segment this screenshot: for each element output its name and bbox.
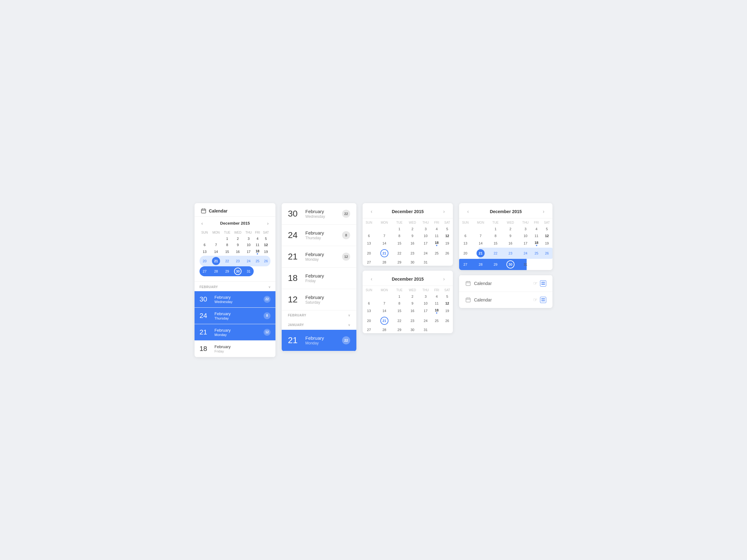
day-cell[interactable]: 1 [393,225,406,232]
day-cell[interactable]: 28 [376,259,393,266]
day-cell-25[interactable]: 25 [254,256,261,266]
day-cell[interactable]: 5 [261,236,271,242]
day-cell[interactable]: 2 [405,225,419,232]
day-cell-21[interactable]: 21 [210,256,222,266]
day-cell-27[interactable]: 27 [200,266,210,276]
day-cell[interactable]: 10 [244,242,254,248]
day-cell[interactable]: 4 [254,236,261,242]
col-wed: WED [232,230,243,236]
day-cell-20[interactable]: 20 [200,256,210,266]
day-cell-18[interactable]: 18 [254,248,261,256]
cal5-next[interactable]: › [541,208,546,215]
day-cell[interactable]: 27 [363,259,376,266]
day-cell[interactable]: 12 [261,242,271,248]
event-item-21[interactable]: 21 February Monday 12 [195,324,276,341]
day-cell-30-sel[interactable]: 30 [501,259,519,270]
day-cell[interactable]: 7 [210,242,222,248]
day-cell[interactable]: 23 [405,248,419,259]
event-day: Monday [214,333,260,337]
day-cell[interactable]: 19 [442,239,453,248]
day-cell[interactable]: 29 [393,259,406,266]
day-cell[interactable] [200,236,210,242]
cal3-next[interactable]: › [441,208,447,215]
list-icon-btn-2[interactable] [540,297,546,303]
day-cell-26[interactable]: 26 [261,256,271,266]
day-cell-22[interactable]: 22 [222,256,232,266]
event-date: 18 [200,345,211,353]
day-cell-30[interactable]: 30 [232,266,243,276]
day-cell[interactable]: 10 [419,232,432,239]
day-cell[interactable]: 26 [442,248,453,259]
day-cell[interactable]: 13 [200,248,210,256]
event-item-18[interactable]: 18 February Friday [195,341,276,357]
day-cell[interactable]: 8 [393,232,406,239]
calendar-item-1[interactable]: Calendar ☞ [459,275,552,292]
day-cell[interactable]: 9 [232,242,243,248]
day-cell[interactable]: 11 [432,232,441,239]
day-cell-18-w5[interactable]: 18 [532,239,541,248]
day-cell-18[interactable]: 18 [432,239,441,248]
day-cell[interactable]: 16 [405,239,419,248]
day-cell[interactable]: 13 [363,239,376,248]
day-cell[interactable]: 8 [222,242,232,248]
event-day: Monday [305,257,338,262]
event-item-21[interactable]: 21 February Monday 12 [282,246,356,268]
event-item-30[interactable]: 30 February Wednesday 22 [195,291,276,308]
day-cell[interactable]: 14 [376,239,393,248]
cal-next-btn[interactable]: › [265,220,271,226]
day-cell[interactable]: 24 [419,248,432,259]
event-item-18[interactable]: 18 February Friday [282,268,356,289]
calendar-item-2[interactable]: Calendar ☞ [459,292,552,308]
day-cell-28[interactable]: 28 [210,266,222,276]
day-cell[interactable]: 17 [419,239,432,248]
day-cell-21-today[interactable]: 21 [376,315,393,326]
day-cell[interactable]: 3 [244,236,254,242]
event-item-24[interactable]: 24 February Thursday 8 [195,308,276,324]
day-cell[interactable]: 15 [393,239,406,248]
event-item-12[interactable]: 12 February Saturday [282,289,356,311]
section-label-feb[interactable]: FEBRUARY ∨ [282,311,356,320]
day-cell[interactable]: 11 [254,242,261,248]
list-icon-btn-1[interactable] [540,280,546,287]
day-cell-31[interactable]: 31 [244,266,254,276]
event-item-21-highlighted[interactable]: 21 February Monday 22 [282,330,356,351]
event-badge: 8 [264,312,271,319]
day-cell[interactable]: 6 [200,242,210,248]
day-cell-29[interactable]: 29 [222,266,232,276]
day-cell-24[interactable]: 24 [244,256,254,266]
day-cell[interactable]: 3 [419,225,432,232]
cal4-prev[interactable]: ‹ [369,276,374,283]
day-cell[interactable]: 4 [432,225,441,232]
cal3-prev[interactable]: ‹ [369,208,374,215]
day-cell[interactable]: 19 [261,248,271,256]
cal-prev-btn[interactable]: ‹ [200,220,205,226]
day-cell[interactable]: 22 [393,248,406,259]
day-cell[interactable]: 31 [419,259,432,266]
day-cell[interactable]: 9 [405,232,419,239]
event-item-24[interactable]: 24 February Thursday 8 [282,224,356,246]
day-cell-21-range-start[interactable]: 21 [471,248,489,259]
day-cell-23[interactable]: 23 [232,256,243,266]
day-cell[interactable]: 15 [222,248,232,256]
day-cell[interactable]: 20 [363,248,376,259]
day-cell[interactable]: 12 [442,232,453,239]
day-cell[interactable]: 2 [232,236,243,242]
day-cell[interactable]: 30 [405,259,419,266]
cal4-next[interactable]: › [441,276,447,283]
section-label-february[interactable]: FEBRUARY ∨ [195,283,276,291]
day-cell[interactable]: 5 [442,225,453,232]
day-cell[interactable]: 14 [210,248,222,256]
cal5-prev[interactable]: ‹ [465,208,471,215]
event-item-30[interactable]: 30 February Wednesday 22 [282,203,356,224]
day-cell[interactable]: 6 [363,232,376,239]
day-cell[interactable]: 1 [222,236,232,242]
day-cell[interactable]: 17 [244,248,254,256]
day-cell[interactable]: 7 [376,232,393,239]
day-cell-21[interactable]: 21 [376,248,393,259]
day-cell[interactable]: 25 [432,248,441,259]
day-cell[interactable] [210,236,222,242]
mini-cal-grid: SUN MON TUE WED THU FRI SAT 1 2 [200,230,271,276]
day-cell[interactable]: 16 [232,248,243,256]
section-label-jan[interactable]: JANUARY ∨ [282,320,356,330]
day-cell-18-w4[interactable]: 18 [432,307,441,315]
